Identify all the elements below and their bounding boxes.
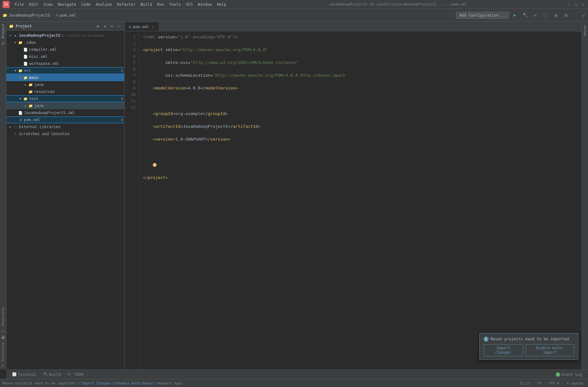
menu-tools[interactable]: Tools [167,0,183,9]
tree-external-libs[interactable]: ▶ ⬚ External Libraries [6,123,124,130]
tree-label-java-main: java [34,82,43,87]
editor-area: m pom.xml ✕ 1 2 3 4 5 6 7 8 9 10 11 12 <… [125,22,582,369]
tree-test[interactable]: ▼ 📁 test 2 [6,95,124,102]
enable-auto-import-button[interactable]: Enable Auto-Import [526,344,574,356]
external-libs-icon: ⬚ [13,124,18,129]
tree-arrow-src: ▼ [13,68,18,73]
notification-popup: i Maven projects need to be imported Imp… [479,333,578,360]
tree-scratches[interactable]: ▶ ✎ Scratches and Consoles [6,130,124,137]
status-spaces[interactable]: 4 spaces [565,381,585,385]
editor-tabs: m pom.xml ✕ [125,22,582,31]
code-line-7: <groupId>org.example</groupId> [143,111,578,117]
event-log-label: Event Log [561,372,582,377]
right-sidebar: Maven [582,22,588,369]
breadcrumb-sep: › [52,13,54,18]
add-icon[interactable]: ⊕ [95,23,101,29]
breadcrumb-project[interactable]: JavaHadoopProjectS [9,13,50,18]
tree-label-java-test: java [34,104,43,108]
code-line-9: <version>1.0-SNAPSHOT</version> [143,136,578,143]
menu-file[interactable]: File [12,0,27,9]
tab-close-pom[interactable]: ✕ [151,25,155,29]
status-import-link[interactable]: Import Changes [81,381,111,385]
bottom-tabs: ⬜ Terminal 🔨 Build 6: TODO 1 Event Log [6,369,588,379]
event-log-tab[interactable]: 1 Event Log [551,370,585,379]
menu-navigate[interactable]: Navigate [55,0,79,9]
tree-idea[interactable]: ▼ 📁 .idea [6,39,124,46]
status-message: Maven projects need to be imported // [3,381,81,385]
menu-build[interactable]: Build [138,0,155,9]
terminal-icon: ⬜ [12,372,17,376]
tree-label-ext: External Libraries [19,125,60,129]
menu-help[interactable]: Help [214,0,229,9]
code-editor[interactable]: 1 2 3 4 5 6 7 8 9 10 11 12 <?xml version… [125,31,582,369]
tree-src[interactable]: ▼ 📁 src 1 [6,67,124,74]
menu-view[interactable]: View [41,0,55,9]
favorites-tab[interactable]: 2: Favorites [0,305,6,334]
notification-buttons: Import Changes Enable Auto-Import [484,344,574,356]
tree-java-test[interactable]: ▶ 📁 java [6,102,124,109]
menu-run[interactable]: Run [155,0,167,9]
toolbar: 📁 JavaHadoopProjectS › m pom.xml Add Con… [0,9,588,22]
close-panel-icon[interactable]: − [116,23,122,29]
todo-label: TODO [74,372,83,377]
maximize-button[interactable]: □ [574,2,578,7]
status-bar: Maven projects need to be imported // Im… [0,379,588,387]
structure-tab[interactable]: 7: Structure [0,340,6,369]
import-changes-button[interactable]: Import Changes [484,344,523,356]
breadcrumb-file[interactable]: pom.xml [60,13,76,18]
status-sep-enc: | [544,381,546,385]
tree-main[interactable]: ▼ 📁 main [6,74,124,81]
line-num-12: 12 [125,104,135,111]
tree-misc[interactable]: ▶ 📄 misc.xml [6,53,124,60]
terminal-tab[interactable]: ⬜ Terminal [9,370,40,379]
window-controls: − □ ✕ [567,2,585,7]
left-bottom-tabs: 2: Favorites ★ 7: Structure [0,305,6,369]
terminal-label: Terminal [18,372,36,377]
status-encoding[interactable]: UTF-8 [547,381,561,385]
menu-refactor[interactable]: Refactor [114,0,138,9]
build-tab[interactable]: 🔨 Build [40,370,64,379]
menu-analyze[interactable]: Analyze [93,0,114,9]
project-header-icons: ⊕ ⇉ ⚙ − [95,23,122,29]
tree-label-test: test [29,97,38,101]
favorites-star-icon[interactable]: ★ [1,335,5,340]
menu-code[interactable]: Code [79,0,93,9]
idea-folder-icon: 📁 [18,40,23,45]
back-icon[interactable]: ⬛ [541,11,550,20]
minimize-button[interactable]: − [567,2,571,7]
tree-java-main[interactable]: ▶ 📁 java [6,81,124,88]
collapse-icon[interactable]: ⇉ [102,23,108,29]
menu-edit[interactable]: Edit [27,0,41,9]
tree-pom[interactable]: ▶ m pom.xml 3 [6,116,124,123]
java-test-folder-icon: 📁 [28,103,33,108]
editor-tab-pom[interactable]: m pom.xml ✕ [125,22,159,31]
status-lf[interactable]: LF [535,381,543,385]
tree-compiler[interactable]: ▶ 📄 compiler.xml [6,46,124,53]
tree-resources[interactable]: ▶ 📁 resources [6,88,124,95]
settings-icon[interactable]: ⚙ [109,23,115,29]
close-button[interactable]: ✕ [581,2,585,7]
tree-arrow-ext: ▶ [8,124,13,129]
tree-workspace[interactable]: ▶ 📄 workspace.xml [6,60,124,67]
search-icon[interactable]: ⊞ [561,11,570,20]
test-folder-icon: 📁 [23,96,28,101]
menu-window[interactable]: Window [195,0,214,9]
forward-icon[interactable]: ▥ [551,11,560,20]
code-line-3: xmlns:xsi="http://www.w3.org/2001/XMLSch… [143,59,578,66]
tree-root[interactable]: ▼ ▪ JavaHadoopProjectS D:\JavaFile\JavaH… [6,32,124,39]
status-sep-lf: | [533,381,535,385]
resources-folder-icon: 📁 [28,89,33,94]
status-auto-import-link[interactable]: Enable Auto-Import [117,381,155,385]
badge-2: 2 [121,97,123,101]
build-icon[interactable]: 🔨 [521,11,530,20]
tree-iml[interactable]: ▶ 📄 JavaHadoopProjectS.iml [6,109,124,116]
sync-icon[interactable]: ⇄ [531,11,540,20]
project-tab-vertical[interactable]: 1: Project [0,22,6,47]
misc-xml-icon: 📄 [23,54,28,59]
run-button[interactable]: ▶ [510,11,519,20]
code-content[interactable]: <?xml version="1.0" encoding="UTF-8"?> <… [139,31,582,369]
todo-tab[interactable]: 6: TODO [65,370,87,379]
maven-tab-vertical[interactable]: Maven [582,23,588,37]
menu-vcs[interactable]: VCS [183,0,196,9]
add-configuration-button[interactable]: Add Configuration... [456,12,509,19]
